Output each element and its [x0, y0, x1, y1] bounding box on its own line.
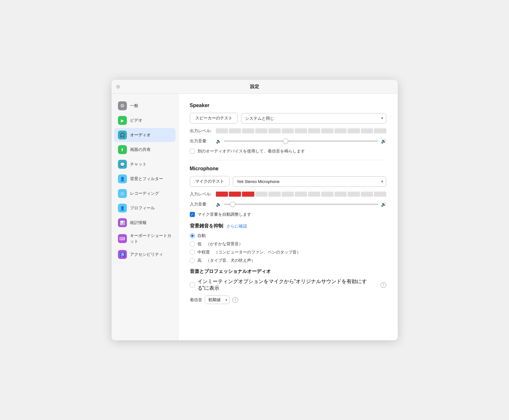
level-seg-5 [268, 128, 280, 133]
sidebar-label-chat: チャット [130, 161, 147, 167]
sidebar-label-audio: オーディオ [130, 132, 151, 138]
close-button[interactable] [116, 85, 120, 89]
sidebar-item-keyboard[interactable]: ⌨ キーボードショートカット [114, 230, 175, 247]
level-seg-4 [255, 128, 267, 133]
keyboard-icon: ⌨ [118, 234, 127, 243]
input-volume-thumb[interactable] [230, 202, 235, 207]
mic-high-icon: 🔊 [381, 202, 386, 207]
mic-test-button[interactable]: マイクのテスト [190, 176, 230, 187]
output-volume-track[interactable] [224, 140, 378, 142]
output-volume-thumb[interactable] [283, 139, 288, 144]
level-seg-6 [282, 128, 294, 133]
sidebar-item-stats[interactable]: 📊 統計情報 [114, 216, 175, 230]
pro-audio-label: インミーティングオプションをマイクから"オリジナルサウンドを有効にする"に表示 [197, 278, 378, 292]
input-seg-6 [282, 192, 294, 197]
sidebar-label-general: 一般 [130, 103, 138, 109]
mic-low-icon: 🔈 [216, 202, 221, 207]
incoming-help-icon[interactable]: ? [232, 297, 238, 303]
pro-audio-row: インミーティングオプションをマイクから"オリジナルサウンドを有効にする"に表示 … [190, 278, 386, 292]
input-seg-3 [242, 192, 254, 197]
input-seg-8 [308, 192, 320, 197]
auto-adjust-row: ✓ マイク音量を自動調整します [190, 212, 386, 217]
incoming-select-wrapper: 初期値 ▾ [205, 295, 230, 304]
general-icon: ⚙ [118, 101, 127, 110]
level-seg-8 [308, 128, 320, 133]
sidebar-item-accessibility[interactable]: ♿ アクセシビリティ [114, 247, 175, 261]
level-seg-1 [216, 128, 228, 133]
sidebar-item-general[interactable]: ⚙ 一般 [114, 99, 175, 113]
incoming-select[interactable]: 初期値 [205, 295, 230, 304]
noise-section-header: 背景雑音を抑制 さらに確認 [190, 223, 386, 229]
input-seg-11 [347, 192, 360, 197]
sidebar-item-audio[interactable]: 🎧 オーディオ [114, 128, 175, 142]
noise-auto-radio[interactable] [190, 233, 195, 238]
level-seg-12 [361, 128, 373, 133]
noise-high-label: 高 （タイプ音、犬の吠え声） [197, 258, 255, 263]
input-volume-track[interactable] [224, 204, 378, 205]
sidebar-label-background: 背景とフィルター [130, 176, 163, 182]
auto-adjust-checkbox[interactable]: ✓ [190, 212, 195, 217]
noise-medium-radio[interactable] [190, 250, 195, 255]
level-seg-11 [347, 128, 360, 133]
different-device-checkbox[interactable] [190, 149, 195, 154]
input-seg-9 [321, 192, 333, 197]
sidebar-label-keyboard: キーボードショートカット [130, 233, 172, 244]
sidebar-item-screen-share[interactable]: ⬆ 画面の共有 [114, 143, 175, 157]
speaker-device-select[interactable]: システムと同じ [241, 113, 386, 124]
content-area: ⚙ 一般 ▶ ビデオ 🎧 オーディオ ⬆ 画面の共有 💬 チャット [112, 94, 398, 340]
profile-icon: 👤 [118, 204, 127, 213]
screen-share-icon: ⬆ [118, 145, 127, 154]
background-icon: 👤 [118, 174, 127, 183]
mic-device-row: マイクのテスト Yeti Stereo Microphone ▾ [190, 176, 386, 187]
microphone-section-title: Microphone [190, 166, 386, 172]
pro-audio-checkbox[interactable] [190, 282, 195, 288]
input-volume-row: 入力音量: 🔈 🔊 [190, 201, 386, 207]
incoming-sound-row: 着信音 初期値 ▾ ? [190, 295, 386, 304]
chat-icon: 💬 [118, 160, 127, 169]
speaker-test-button[interactable]: スピーカーのテスト [190, 113, 238, 124]
level-seg-13 [374, 128, 386, 133]
output-volume-slider-container: 🔈 🔊 [216, 139, 386, 144]
level-seg-2 [229, 128, 241, 133]
input-seg-4 [255, 192, 267, 197]
video-icon: ▶ [118, 116, 127, 125]
noise-learn-more-link[interactable]: さらに確認 [226, 223, 247, 229]
input-seg-7 [295, 192, 307, 197]
sidebar-label-recording: レコーディング [130, 191, 159, 196]
level-seg-10 [334, 128, 347, 133]
input-seg-2 [229, 192, 241, 197]
divider-1 [190, 160, 386, 160]
mic-device-select[interactable]: Yeti Stereo Microphone [233, 176, 386, 187]
sidebar: ⚙ 一般 ▶ ビデオ 🎧 オーディオ ⬆ 画面の共有 💬 チャット [112, 94, 178, 340]
output-level-label: 出力レベル: [190, 128, 213, 134]
sidebar-label-accessibility: アクセシビリティ [130, 252, 163, 257]
noise-high-radio[interactable] [190, 258, 195, 263]
pro-audio-help-icon[interactable]: ? [381, 282, 386, 288]
stats-icon: 📊 [118, 218, 127, 227]
different-device-label: 別のオーディオデバイスを使用して、着信音を鳴らします [197, 148, 305, 154]
sidebar-item-background[interactable]: 👤 背景とフィルター [114, 172, 175, 186]
noise-low-row: 低 （かすかな背景音） [190, 241, 386, 247]
noise-low-radio[interactable] [190, 241, 195, 247]
sidebar-item-chat[interactable]: 💬 チャット [114, 157, 175, 171]
accessibility-icon: ♿ [118, 250, 127, 259]
input-seg-12 [361, 192, 373, 197]
noise-radio-group: 自動 低 （かすかな背景音） 中程度 （コンピューターのファン、ペンのタップ音）… [190, 233, 386, 263]
noise-high-row: 高 （タイプ音、犬の吠え声） [190, 258, 386, 263]
traffic-lights [116, 85, 120, 89]
input-level-bar [216, 192, 386, 197]
sidebar-label-stats: 統計情報 [130, 220, 147, 226]
output-volume-fill [224, 140, 285, 142]
titlebar: 設定 [112, 80, 398, 94]
input-volume-slider-container: 🔈 🔊 [216, 202, 386, 207]
level-seg-3 [242, 128, 254, 133]
noise-low-label: 低 （かすかな背景音） [197, 241, 243, 247]
sidebar-item-profile[interactable]: 👤 プロフィール [114, 201, 175, 215]
input-seg-1 [216, 192, 228, 197]
auto-adjust-label: マイク音量を自動調整します [197, 212, 251, 217]
pro-audio-section-title: 音楽とプロフェッショナルオーディオ [190, 268, 386, 274]
sidebar-item-video[interactable]: ▶ ビデオ [114, 113, 175, 127]
input-seg-5 [268, 192, 280, 197]
sidebar-item-recording[interactable]: ⊙ レコーディング [114, 186, 175, 200]
output-volume-row: 出力音量: 🔈 🔊 [190, 138, 386, 144]
